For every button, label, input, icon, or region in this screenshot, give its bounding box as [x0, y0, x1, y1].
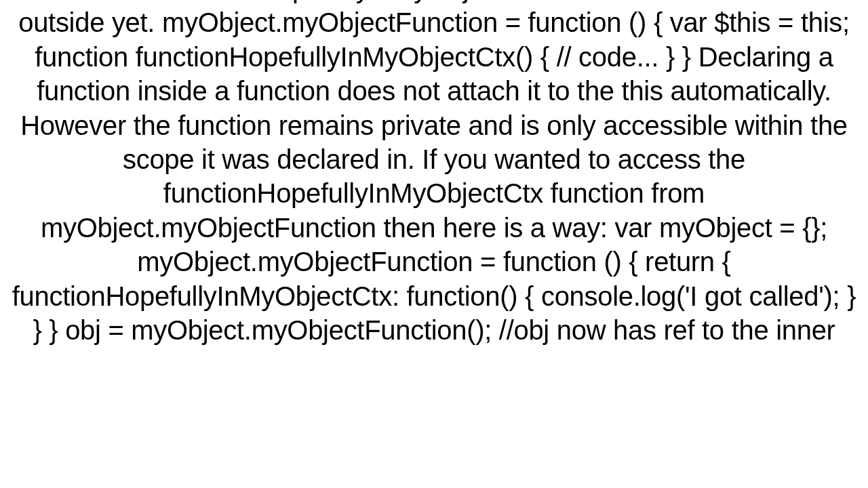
document-body: The function functionHopefullyInMyObject… [0, 0, 868, 347]
